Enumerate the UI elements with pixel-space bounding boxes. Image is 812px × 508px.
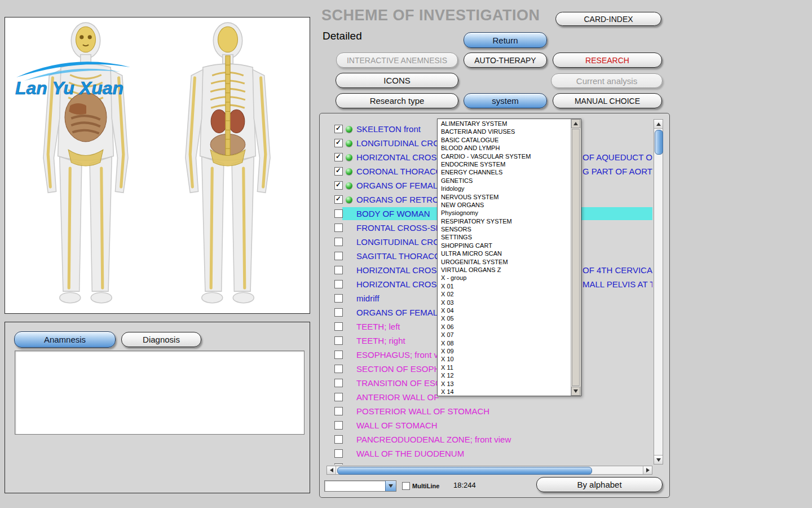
dropdown-item[interactable]: ULTRA MICRO SCAN xyxy=(438,249,571,257)
dropdown-scroll-up-button[interactable] xyxy=(571,119,580,128)
scroll-down-button[interactable] xyxy=(654,455,663,464)
anamnesis-tab[interactable]: Anamnesis xyxy=(14,331,116,348)
system-button[interactable]: system xyxy=(464,93,547,108)
dropdown-item[interactable]: NERVOUS SYSTEM xyxy=(438,193,571,201)
combobox-input[interactable] xyxy=(325,481,386,492)
item-checkbox[interactable] xyxy=(334,351,343,359)
dropdown-item[interactable]: X 07 xyxy=(438,331,571,339)
dropdown-item[interactable]: X - group xyxy=(438,274,571,282)
dropdown-item[interactable]: Physiognomy xyxy=(438,209,571,217)
item-checkbox[interactable] xyxy=(334,125,343,133)
item-checkbox[interactable] xyxy=(334,139,343,147)
dropdown-item[interactable]: SENSORS xyxy=(438,225,571,233)
icons-button[interactable]: ICONS xyxy=(336,73,458,88)
vertical-scroll-thumb[interactable] xyxy=(655,130,663,155)
dropdown-item[interactable]: ENERGY CHANNELS xyxy=(438,168,571,176)
horizontal-scroll-thumb[interactable] xyxy=(337,467,592,475)
dropdown-item[interactable]: X 09 xyxy=(438,347,571,355)
dropdown-item[interactable]: SHOPPING CART xyxy=(438,242,571,249)
research-type-button[interactable]: Research type xyxy=(336,93,458,108)
clipped-list-text: OF AQUEDUCT O xyxy=(582,150,652,164)
item-checkbox[interactable] xyxy=(334,252,343,260)
item-label: midriff xyxy=(356,294,379,303)
footer-combobox[interactable] xyxy=(324,480,396,492)
item-checkbox[interactable] xyxy=(334,181,343,190)
multiline-checkbox[interactable]: MultiLine xyxy=(402,482,439,490)
item-checkbox[interactable] xyxy=(334,379,343,387)
item-checkbox[interactable] xyxy=(334,393,343,401)
item-checkbox[interactable] xyxy=(334,435,343,444)
dropdown-scroll-down-button[interactable] xyxy=(571,387,580,396)
dropdown-item[interactable]: GENETICS xyxy=(438,177,571,185)
item-checkbox[interactable] xyxy=(334,449,343,458)
scroll-left-button[interactable] xyxy=(327,466,336,474)
item-label: WALL OF THE DUODENUM xyxy=(356,449,464,458)
dropdown-item[interactable]: NEW ORGANS xyxy=(438,201,571,209)
dropdown-item[interactable]: X 11 xyxy=(438,364,571,371)
dropdown-item[interactable]: X 12 xyxy=(438,371,571,379)
dropdown-item[interactable]: SETTINGS xyxy=(438,233,571,241)
dropdown-scrollbar[interactable] xyxy=(571,119,581,396)
dropdown-item[interactable]: BASIC CATALOGUE xyxy=(438,136,571,144)
dropdown-item[interactable]: X 02 xyxy=(438,290,571,298)
item-checkbox[interactable] xyxy=(334,266,343,274)
dropdown-item[interactable]: X 10 xyxy=(438,355,571,363)
dropdown-item[interactable]: X 14 xyxy=(438,388,571,395)
diagnosis-tab[interactable]: Diagnosis xyxy=(121,332,201,347)
anamnesis-textarea[interactable] xyxy=(15,351,304,435)
dropdown-item[interactable]: RESPIRATORY SYSTEM xyxy=(438,217,571,225)
list-item[interactable]: POSTERIOR WALL OF STOMACH xyxy=(326,404,652,418)
list-vertical-scrollbar[interactable] xyxy=(654,119,663,465)
item-checkbox[interactable] xyxy=(334,280,343,288)
item-label: HORIZONTAL CROSS- xyxy=(356,265,445,275)
return-button[interactable]: Return xyxy=(464,32,547,48)
dropdown-item[interactable]: VIRTUAL ORGANS Z xyxy=(438,266,571,274)
dropdown-item[interactable]: BACTERIA AND VIRUSES xyxy=(438,128,571,135)
list-horizontal-scrollbar[interactable] xyxy=(326,466,652,475)
notes-panel: Anamnesis Diagnosis xyxy=(5,322,310,493)
item-checkbox[interactable] xyxy=(334,238,343,246)
dropdown-item[interactable]: X 06 xyxy=(438,323,571,331)
scroll-up-button[interactable] xyxy=(654,120,663,129)
manual-choice-button[interactable]: MANUAL CHOICE xyxy=(553,93,662,108)
research-button[interactable]: RESEARCH xyxy=(553,52,662,68)
list-item[interactable]: PANCREAS TISSUE xyxy=(326,461,652,465)
checkbox-icon[interactable] xyxy=(402,482,410,490)
item-checkbox[interactable] xyxy=(334,322,343,331)
dropdown-item[interactable]: X 03 xyxy=(438,299,571,306)
dropdown-scroll-thumb[interactable] xyxy=(572,129,580,386)
list-item[interactable]: WALL OF THE DUODENUM xyxy=(326,446,652,461)
scroll-right-button[interactable] xyxy=(643,466,652,474)
item-checkbox[interactable] xyxy=(334,209,343,218)
item-checkbox[interactable] xyxy=(334,463,343,465)
interactive-anamnesis-button: INTERACTIVE ANEMNESIS xyxy=(336,52,458,68)
list-item[interactable]: PANCREODUODENAL ZONE; front view xyxy=(326,432,652,446)
dropdown-item[interactable]: CARDIO - VASCULAR SYSTEM xyxy=(438,152,571,160)
list-item[interactable]: WALL OF STOMACH xyxy=(326,418,652,432)
auto-therapy-button[interactable]: AUTO-THERAPY xyxy=(464,52,547,68)
combobox-dropdown-button[interactable] xyxy=(385,481,396,491)
item-checkbox[interactable] xyxy=(334,421,343,430)
dropdown-item[interactable]: X 04 xyxy=(438,306,571,314)
dropdown-item[interactable]: X 13 xyxy=(438,380,571,388)
dropdown-item[interactable]: ENDOCRINE SYSTEM xyxy=(438,160,571,168)
dropdown-item[interactable]: X 05 xyxy=(438,314,571,322)
dropdown-item[interactable]: BLOOD AND LYMPH xyxy=(438,144,571,152)
item-checkbox[interactable] xyxy=(334,167,343,176)
item-checkbox[interactable] xyxy=(334,336,343,345)
by-alphabet-button[interactable]: By alphabet xyxy=(536,477,663,492)
item-checkbox[interactable] xyxy=(334,195,343,204)
arrow-down-icon xyxy=(573,389,578,393)
dropdown-item[interactable]: ALIMENTARY SYSTEM xyxy=(438,120,571,128)
item-checkbox[interactable] xyxy=(334,407,343,415)
item-checkbox[interactable] xyxy=(334,365,343,373)
item-checkbox[interactable] xyxy=(334,308,343,317)
card-index-button[interactable]: CARD-INDEX xyxy=(555,12,661,26)
dropdown-item[interactable]: X 08 xyxy=(438,339,571,347)
dropdown-item[interactable]: UROGENITAL SYSTEM xyxy=(438,258,571,266)
dropdown-item[interactable]: Iridology xyxy=(438,185,571,192)
item-checkbox[interactable] xyxy=(334,153,343,161)
item-checkbox[interactable] xyxy=(334,294,343,303)
item-checkbox[interactable] xyxy=(334,224,343,232)
dropdown-item[interactable]: X 01 xyxy=(438,282,571,290)
